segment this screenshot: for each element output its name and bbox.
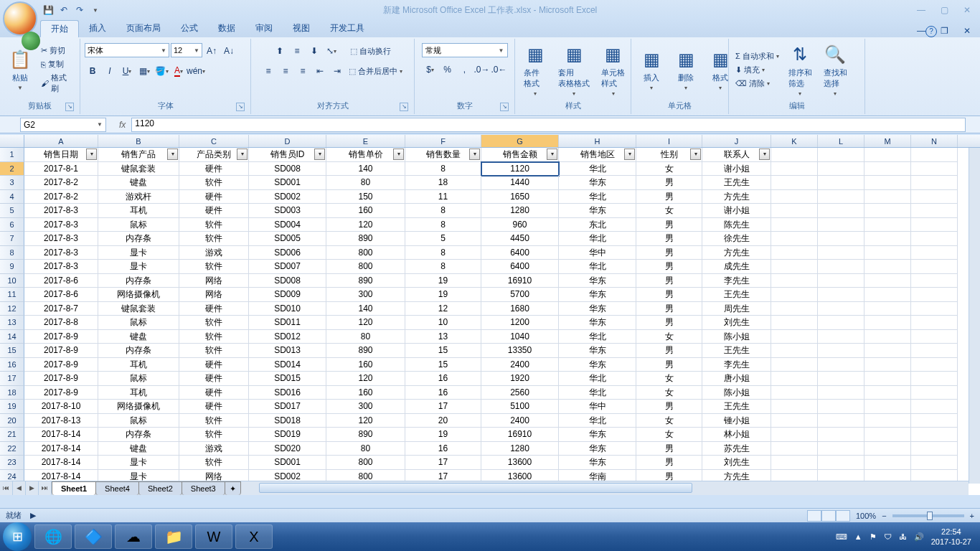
cell[interactable]: 890 <box>326 232 405 246</box>
find-select-button[interactable]: 🔍查找和 选择▾ <box>819 42 852 98</box>
row-header[interactable]: 20 <box>0 414 24 428</box>
cell[interactable]: 硬件 <box>179 358 249 372</box>
row-header[interactable]: 5 <box>0 204 24 218</box>
column-header[interactable]: J <box>702 135 771 147</box>
cell[interactable]: 女 <box>636 414 702 428</box>
cell[interactable]: 软件 <box>179 218 249 232</box>
column-header[interactable]: E <box>326 135 405 147</box>
row-header[interactable]: 2 <box>0 162 24 176</box>
cell[interactable]: 160 <box>326 386 405 400</box>
sheet-nav-first[interactable]: ⏮ <box>0 481 13 495</box>
cell[interactable]: 160 <box>326 204 405 218</box>
bold-button[interactable]: B <box>85 63 100 79</box>
cell[interactable]: 男 <box>636 400 702 414</box>
cell[interactable]: 鼠标 <box>98 414 179 428</box>
filter-dropdown-icon[interactable]: ▾ <box>314 149 325 160</box>
copy-button[interactable]: ⎘ 复制 <box>39 58 75 70</box>
cell[interactable]: 华东 <box>559 358 636 372</box>
cell[interactable]: 17 <box>405 456 481 470</box>
cell[interactable]: 鼠标 <box>98 372 179 386</box>
cell[interactable] <box>911 232 958 246</box>
cell[interactable] <box>864 148 911 162</box>
increase-decimal-icon[interactable]: .0→ <box>474 62 490 77</box>
cell[interactable]: 软件 <box>179 344 249 358</box>
cell[interactable]: 80 <box>326 442 405 456</box>
cell[interactable] <box>818 176 864 190</box>
cell[interactable] <box>818 232 864 246</box>
cell[interactable]: 17 <box>405 400 481 414</box>
percent-icon[interactable]: % <box>440 62 456 77</box>
cell[interactable]: 13350 <box>481 344 559 358</box>
cell[interactable]: 男 <box>636 232 702 246</box>
zoom-out-button[interactable]: − <box>882 512 886 520</box>
cell[interactable]: 谢小姐 <box>702 162 771 176</box>
cell[interactable] <box>911 218 958 232</box>
cell[interactable]: 2017-8-14 <box>24 428 98 442</box>
cell[interactable]: 内存条 <box>98 428 179 442</box>
clear-button[interactable]: ⌫ 清除▾ <box>733 77 781 90</box>
redo-icon[interactable]: ↷ <box>73 4 86 17</box>
cell[interactable]: 2017-8-3 <box>24 218 98 232</box>
cell[interactable]: 300 <box>326 400 405 414</box>
filter-dropdown-icon[interactable]: ▾ <box>393 149 404 160</box>
cell[interactable] <box>911 414 958 428</box>
cell[interactable]: 华东 <box>559 204 636 218</box>
cell[interactable]: 890 <box>326 344 405 358</box>
cell[interactable] <box>864 302 911 316</box>
filter-dropdown-icon[interactable]: ▾ <box>690 149 701 160</box>
cell[interactable]: 华北 <box>559 372 636 386</box>
conditional-format-button[interactable]: ▦条件格式▾ <box>519 42 551 98</box>
cell[interactable]: 12 <box>405 302 481 316</box>
cell[interactable]: 15 <box>405 344 481 358</box>
cell[interactable] <box>771 232 818 246</box>
cell[interactable] <box>911 400 958 414</box>
cell[interactable]: SD020 <box>249 442 326 456</box>
cell[interactable] <box>911 204 958 218</box>
align-launcher[interactable]: ↘ <box>400 103 408 111</box>
increase-indent-icon[interactable]: ⇥ <box>329 63 345 79</box>
cell[interactable]: 2400 <box>481 414 559 428</box>
column-header[interactable]: L <box>818 135 864 147</box>
cell[interactable]: 20 <box>405 414 481 428</box>
cell[interactable]: 2017-8-1 <box>24 162 98 176</box>
decrease-font-icon[interactable]: A↓ <box>221 43 237 59</box>
taskbar-word-icon[interactable]: W <box>195 524 232 549</box>
tray-volume-icon[interactable]: 🔊 <box>914 532 924 542</box>
cell[interactable]: 女 <box>636 428 702 442</box>
row-header[interactable]: 7 <box>0 232 24 246</box>
taskbar-excel-icon[interactable]: X <box>235 524 273 549</box>
cell[interactable]: 王先生 <box>702 288 771 302</box>
cell[interactable]: 5100 <box>481 400 559 414</box>
cell[interactable]: 软件 <box>179 414 249 428</box>
office-button[interactable] <box>3 1 37 36</box>
cell[interactable]: 150 <box>326 190 405 204</box>
cell[interactable] <box>911 358 958 372</box>
cell[interactable]: 游戏杆 <box>98 190 179 204</box>
cell[interactable] <box>818 414 864 428</box>
cell[interactable] <box>818 288 864 302</box>
table-format-button[interactable]: ▦套用 表格格式▾ <box>554 42 594 98</box>
cell[interactable]: 2017-8-6 <box>24 274 98 288</box>
cell[interactable] <box>864 218 911 232</box>
cell[interactable] <box>818 456 864 470</box>
row-header[interactable]: 15 <box>0 344 24 358</box>
ribbon-tab-2[interactable]: 页面布局 <box>116 20 171 37</box>
cell[interactable]: 显卡 <box>98 260 179 274</box>
cell[interactable]: 80 <box>326 330 405 344</box>
cell[interactable] <box>818 428 864 442</box>
cell[interactable]: SD009 <box>249 288 326 302</box>
cell[interactable]: 140 <box>326 302 405 316</box>
cell[interactable]: 2017-8-3 <box>24 260 98 274</box>
cell[interactable]: 林小姐 <box>702 428 771 442</box>
cell[interactable]: 键盘 <box>98 442 179 456</box>
tray-network-icon[interactable]: 🖧 <box>899 532 907 541</box>
row-header[interactable]: 9 <box>0 260 24 274</box>
align-bottom-icon[interactable]: ⬇ <box>306 43 322 59</box>
filter-dropdown-icon[interactable]: ▾ <box>547 149 557 160</box>
column-header[interactable]: K <box>771 135 818 147</box>
cell[interactable]: 16 <box>405 372 481 386</box>
column-header[interactable]: H <box>559 135 636 147</box>
cell[interactable]: SD017 <box>249 400 326 414</box>
cell[interactable]: 华东 <box>559 316 636 330</box>
cell[interactable] <box>771 456 818 470</box>
